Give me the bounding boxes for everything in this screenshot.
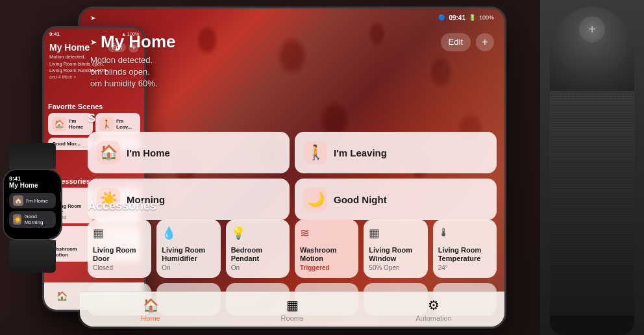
ipad-status-bar: ➤ 🔵 09:41 🔋 100% [80,8,504,27]
homepod-bottom [550,316,634,335]
pendant-icon: 💡 [231,226,284,240]
ipad-subtitle: Motion detected. om blinds open. om humi… [90,55,494,90]
iphone-time: 9:41 [49,31,60,37]
tab-home-icon: 🏠 [143,297,159,313]
ipad-time: 09:41 [449,14,465,21]
iphone-scene-home-label: I'm Home [69,118,89,130]
watch-band-bottom [9,240,56,273]
battery-icon: 🔋 [469,14,476,21]
pendant-status: On [231,264,284,271]
watch-body: 9:41 My Home 🏠 I'm Home ☀️ Good Morning [3,169,62,240]
battery-text: 100% [479,14,494,21]
door-status: Closed [93,264,146,271]
temperature-icon: 🌡 [438,226,491,240]
ipad-subtitle-line1: Motion detected. [90,55,494,66]
watch-home-label: My Home [9,182,38,189]
watch-home-icon: 🏠 [13,195,23,206]
accessory-pendant[interactable]: 💡 Bedroom Pendant On [226,219,290,278]
tab-automation-label: Automation [415,314,452,322]
accessory-temperature[interactable]: 🌡 Living Room Temperature 24° [433,219,497,278]
scene-home-label: I'm Home [127,147,170,158]
homepod-mesh [550,91,634,316]
ipad-status-icons: 🔵 09:41 🔋 100% [438,14,494,21]
watch-home-scene-label: I'm Home [26,198,48,204]
window-icon: ▦ [369,226,422,240]
location-icon: ➤ [90,14,95,21]
accessory-door[interactable]: ▦ Living Room Door Closed [88,219,151,278]
motion-status: Triggered [300,264,353,271]
homepod-body [550,91,634,316]
ipad-tab-bar: 🏠 Home ▦ Rooms ⚙ Automation [80,292,504,327]
ipad-subtitle-line3: om humidity 60%. [90,78,494,90]
scene-card-leaving[interactable]: 🚶 I'm Leaving [295,132,497,173]
apple-watch: 9:41 My Home 🏠 I'm Home ☀️ Good Morning [0,143,65,286]
ipad-subtitle-line2: om blinds open. [90,66,494,78]
ipad-scenes-label: S [88,109,497,128]
temperature-name: Living Room Temperature [438,246,491,263]
scene-home-icon: 🏠 [97,141,120,164]
ipad-screen: ➤ 🔵 09:41 🔋 100% ➤ My Home Edit [80,8,504,327]
door-name: Living Room Door [93,246,146,263]
ipad-edit-button[interactable]: Edit [441,33,471,51]
ipad-header-top: ➤ My Home Edit + [90,32,494,52]
pendant-name: Bedroom Pendant [231,246,284,263]
ipad-plus-button[interactable]: + [476,33,494,51]
ipad-header: ➤ My Home Edit + Motion detected. om bli… [80,27,504,95]
watch-time: 9:41 [9,175,21,182]
watch-morning-scene-label: Good Morning [24,214,52,225]
homepod: + [540,0,644,335]
ipad-accessories-label: Accessories [88,197,497,216]
tab-automation-icon: ⚙ [428,297,440,313]
accessory-humidifier[interactable]: 💧 Living Room Humidifier On [156,219,220,278]
humidifier-status: On [162,264,215,271]
ipad-app-title: My Home [101,32,176,52]
homepod-top[interactable]: + [550,6,634,91]
watch-scene-item-home[interactable]: 🏠 I'm Home [9,193,56,208]
accessory-window[interactable]: ▦ Living Room Window 50% Open [364,219,427,278]
motion-name: Washroom Motion [300,246,353,263]
ipad-location-icon: ➤ [90,38,97,47]
bluetooth-icon: 🔵 [438,14,445,21]
watch-screen: 9:41 My Home 🏠 I'm Home ☀️ Good Morning [4,170,61,239]
ipad-tab-automation[interactable]: ⚙ Automation [363,297,504,322]
window-name: Living Room Window [369,246,422,263]
iphone-tab-home[interactable]: 🏠 [56,291,68,301]
ipad-header-buttons: Edit + [441,33,494,51]
homepod-touch-area[interactable]: + [579,16,605,42]
watch-band-top [9,143,56,169]
watch-morning-icon: ☀️ [13,214,21,225]
temperature-status: 24° [438,264,491,271]
window-status: 50% Open [369,264,422,271]
scene-card-home[interactable]: 🏠 I'm Home [88,132,290,173]
scene-leaving-label: I'm Leaving [334,147,387,158]
ipad-tab-home[interactable]: 🏠 Home [80,297,221,322]
tab-rooms-icon: ▦ [286,297,299,313]
tab-home-label: Home [141,314,160,322]
iphone-scene-home[interactable]: 🏠 I'm Home [48,113,93,135]
iphone-scene-home-icon: 🏠 [52,117,66,131]
scene-leaving-icon: 🚶 [304,141,327,164]
humidifier-name: Living Room Humidifier [162,246,215,263]
ipad-tab-rooms[interactable]: ▦ Rooms [221,297,363,322]
motion-icon: ≋ [300,226,353,240]
door-icon: ▦ [93,226,146,240]
scene-container: 9:41 My Home 🏠 I'm Home ☀️ Good Morning … [0,0,644,335]
watch-crown [60,191,62,203]
ipad: ➤ 🔵 09:41 🔋 100% ➤ My Home Edit [78,6,506,329]
accessory-motion[interactable]: ≋ Washroom Motion Triggered [295,219,358,278]
humidifier-icon: 💧 [162,226,215,240]
tab-rooms-label: Rooms [281,314,304,322]
ipad-accessories-grid: ▦ Living Room Door Closed 💧 Living Room … [88,219,497,278]
homepod-plus-icon: + [588,23,596,36]
watch-scene-item-morning[interactable]: ☀️ Good Morning [9,211,56,228]
